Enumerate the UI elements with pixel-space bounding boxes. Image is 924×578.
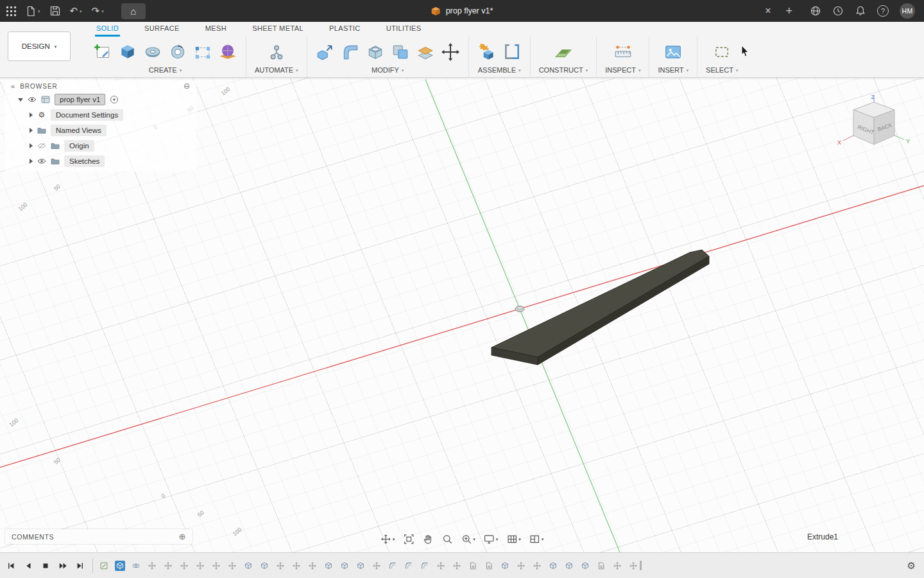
tab-mesh[interactable]: MESH <box>204 24 228 37</box>
measure-icon[interactable] <box>613 42 633 62</box>
combine-icon[interactable] <box>391 42 410 62</box>
timeline-feature-fillet[interactable] <box>388 561 398 571</box>
box-primitive-icon[interactable] <box>118 42 137 62</box>
group-label-create[interactable]: CREATE▾ <box>93 65 237 74</box>
viewport-layout-tool[interactable]: ▾ <box>529 534 544 545</box>
visibility-eye-icon[interactable] <box>37 158 46 164</box>
collapse-panel-icon[interactable]: « <box>11 82 14 90</box>
tab-sheet-metal[interactable]: SHEET METAL <box>251 24 305 37</box>
timeline-feature-revolve[interactable] <box>131 561 141 571</box>
timeline-feature-move[interactable] <box>307 561 318 571</box>
group-label-construct[interactable]: CONSTRUCT▾ <box>539 65 588 74</box>
pan-tool[interactable] <box>422 534 433 545</box>
close-tab-icon[interactable]: × <box>765 5 771 17</box>
split-face-icon[interactable] <box>416 42 435 62</box>
display-settings-tool[interactable]: ▾ <box>484 534 499 545</box>
timeline-feature-move[interactable] <box>532 561 542 571</box>
timeline-feature-move[interactable] <box>516 561 526 571</box>
timeline-feature-move[interactable] <box>628 561 638 571</box>
tab-plastic[interactable]: PLASTIC <box>328 24 362 37</box>
create-form-icon[interactable] <box>218 42 237 62</box>
browser-header[interactable]: « BROWSER ⊖ <box>5 80 196 92</box>
browser-row-label[interactable]: Named Views <box>51 125 107 136</box>
grid-snap-tool[interactable]: ▾ <box>506 534 521 545</box>
expand-arrow-icon[interactable] <box>18 98 23 101</box>
expand-arrow-icon[interactable] <box>30 128 33 133</box>
pattern-icon[interactable] <box>193 42 212 62</box>
timeline-feature-extrude[interactable] <box>548 561 558 571</box>
timeline-feature-extrude[interactable] <box>580 561 590 571</box>
step-back-button[interactable] <box>24 561 33 570</box>
timeline-feature-extrude[interactable] <box>500 561 510 571</box>
revolve-icon[interactable] <box>143 42 162 62</box>
browser-row-label[interactable]: Sketches <box>64 155 105 167</box>
go-to-end-button[interactable] <box>76 561 85 570</box>
browser-row-root-component[interactable]: prop flyer v1 <box>5 92 196 107</box>
job-status-clock-icon[interactable] <box>832 5 844 17</box>
timeline-feature-extrude[interactable] <box>259 561 270 571</box>
timeline-feature-move[interactable] <box>147 561 157 571</box>
joint-icon[interactable] <box>502 42 522 62</box>
visibility-eye-off-icon[interactable] <box>37 143 46 149</box>
timeline-feature-doc[interactable] <box>468 561 478 571</box>
group-label-select[interactable]: SELECT▾ <box>706 65 738 74</box>
timeline-feature-fillet[interactable] <box>420 561 430 571</box>
timeline-feature-move[interactable] <box>195 561 205 571</box>
browser-row-origin[interactable]: Origin <box>5 138 196 153</box>
create-sketch-icon[interactable] <box>93 42 112 62</box>
timeline-feature-move[interactable] <box>179 561 189 571</box>
new-component-icon[interactable] <box>477 42 497 62</box>
timeline-feature-extrude[interactable] <box>339 561 350 571</box>
shell-icon[interactable] <box>366 42 385 62</box>
orbit-tool[interactable]: ▾ <box>381 534 395 545</box>
fit-view-tool[interactable] <box>403 534 414 545</box>
group-label-automate[interactable]: AUTOMATE▾ <box>255 65 298 74</box>
collapse-tree-icon[interactable]: ⊖ <box>184 82 191 91</box>
new-tab-icon[interactable]: + <box>785 4 792 18</box>
file-menu-icon[interactable]: ▾ <box>26 6 40 17</box>
home-tab[interactable]: ⌂ <box>121 3 146 19</box>
timeline-feature-move[interactable] <box>612 561 622 571</box>
part-body-prop-flyer[interactable] <box>492 250 709 365</box>
timeline-feature-move[interactable] <box>227 561 237 571</box>
go-to-start-button[interactable] <box>6 561 15 570</box>
timeline-feature-move[interactable] <box>211 561 221 571</box>
timeline-feature-doc[interactable] <box>484 561 494 571</box>
notifications-bell-icon[interactable] <box>855 5 866 17</box>
timeline-feature-move[interactable] <box>452 561 462 571</box>
play-forward-button[interactable] <box>58 561 67 570</box>
root-component-name[interactable]: prop flyer v1 <box>55 94 105 105</box>
group-label-assemble[interactable]: ASSEMBLE▾ <box>477 65 522 74</box>
timeline-feature-move[interactable] <box>436 561 446 571</box>
help-button[interactable]: ? <box>877 5 889 17</box>
zoom-window-tool[interactable]: ▾ <box>461 534 475 545</box>
workspace-switcher[interactable]: DESIGN ▾ <box>8 31 71 61</box>
stop-button[interactable] <box>41 561 50 570</box>
extensions-globe-icon[interactable] <box>810 5 821 17</box>
browser-row-named-views[interactable]: Named Views <box>5 123 196 138</box>
timeline-feature-extrude[interactable] <box>115 561 125 571</box>
fillet-icon[interactable] <box>341 42 360 62</box>
undo-button[interactable]: ↶ ▾ <box>70 5 82 17</box>
timeline-feature-sketch[interactable] <box>99 561 109 571</box>
tab-surface[interactable]: SURFACE <box>143 24 181 37</box>
timeline-end-marker[interactable] <box>640 561 642 570</box>
timeline-feature-doc[interactable] <box>596 561 606 571</box>
tab-solid[interactable]: SOLID <box>95 24 120 37</box>
timeline-feature-fillet[interactable] <box>404 561 414 571</box>
timeline-feature-extrude[interactable] <box>243 561 253 571</box>
select-box-icon[interactable] <box>712 42 732 62</box>
timeline-feature-move[interactable] <box>372 561 382 571</box>
user-avatar[interactable]: HM <box>900 3 915 19</box>
group-label-modify[interactable]: MODIFY▾ <box>316 65 460 74</box>
browser-row-sketches[interactable]: Sketches <box>5 153 196 169</box>
visibility-eye-icon[interactable] <box>28 96 37 103</box>
add-comment-icon[interactable]: ⊕ <box>179 532 187 541</box>
zoom-tool[interactable] <box>441 534 452 545</box>
coil-icon[interactable] <box>168 42 187 62</box>
redo-button[interactable]: ↷ ▾ <box>92 5 104 17</box>
origin-marker[interactable] <box>515 306 524 312</box>
app-grid-icon[interactable] <box>6 6 16 16</box>
construct-plane-icon[interactable] <box>554 42 573 62</box>
browser-row-label[interactable]: Origin <box>64 140 94 152</box>
